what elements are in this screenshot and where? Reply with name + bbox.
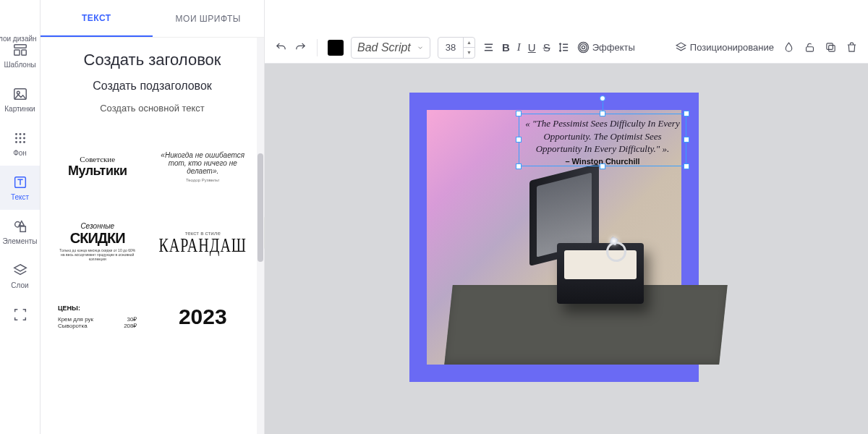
resize-handle[interactable] bbox=[684, 111, 689, 116]
undo-button[interactable] bbox=[275, 37, 287, 59]
size-up[interactable]: ▲ bbox=[464, 38, 475, 48]
text-color-swatch[interactable] bbox=[328, 40, 344, 56]
image-icon bbox=[12, 86, 28, 102]
underline-button[interactable]: U bbox=[528, 37, 536, 59]
rail-item-text[interactable]: Текст bbox=[0, 166, 40, 210]
rail-label: Текст bbox=[11, 193, 29, 201]
left-rail: лои дизайн Шаблоны Картинки Фон Текст Эл… bbox=[0, 0, 41, 434]
resize-handle[interactable] bbox=[516, 163, 522, 169]
svg-rect-21 bbox=[829, 46, 835, 51]
rail-item-elements[interactable]: Элементы bbox=[0, 210, 40, 254]
positioning-button[interactable]: Позиционирование bbox=[675, 37, 774, 59]
droplet-icon bbox=[783, 41, 795, 54]
svg-point-6 bbox=[19, 133, 21, 135]
font-size-input[interactable]: 38 ▲▼ bbox=[438, 37, 475, 59]
italic-button[interactable]: I bbox=[517, 37, 521, 59]
panel-body: Создать заголовок Создать подзаголовок С… bbox=[41, 38, 264, 434]
svg-point-12 bbox=[19, 141, 21, 143]
stack-icon bbox=[675, 41, 687, 54]
duplicate-button[interactable] bbox=[825, 37, 837, 59]
align-icon bbox=[482, 41, 495, 54]
redo-button[interactable] bbox=[294, 37, 307, 59]
text-template[interactable]: Сезонные СКИДКИ Только до конца месяца с… bbox=[54, 210, 142, 273]
selected-text-element[interactable]: « "The Pessimist Sees Difficulty In Ever… bbox=[519, 114, 686, 166]
resize-handle[interactable] bbox=[516, 111, 522, 116]
tab-my-fonts[interactable]: МОИ ШРИФТЫ bbox=[153, 0, 265, 37]
lock-button[interactable] bbox=[804, 37, 816, 59]
stage-wrap: SVG ◀ Bad Script 38 ▲▼ B I U bbox=[265, 0, 868, 434]
text-template[interactable]: «Никогда не ошибается тот, кто ничего не… bbox=[155, 135, 252, 197]
text-template[interactable]: текст в стиле КАРАНДАШ bbox=[155, 210, 252, 273]
svg-point-7 bbox=[23, 133, 25, 135]
add-body-text[interactable]: Создать основной текст bbox=[54, 103, 251, 114]
grid-icon bbox=[12, 130, 28, 146]
svg-rect-1 bbox=[14, 50, 19, 55]
trash-icon bbox=[846, 41, 858, 54]
unlock-icon bbox=[804, 41, 816, 54]
delete-button[interactable] bbox=[846, 37, 858, 59]
text-panel: ТЕКСТ МОИ ШРИФТЫ Создать заголовок Созда… bbox=[41, 0, 265, 434]
rail-label: Элементы bbox=[3, 237, 38, 245]
svg-rect-20 bbox=[807, 47, 814, 51]
svg-point-13 bbox=[23, 141, 25, 143]
rail-item-layers[interactable]: Слои bbox=[0, 254, 40, 298]
line-spacing-button[interactable] bbox=[558, 37, 570, 59]
expand-icon bbox=[12, 307, 28, 323]
templates-icon bbox=[12, 42, 28, 58]
layers-icon bbox=[12, 263, 28, 278]
rail-label: Фон bbox=[13, 149, 27, 157]
rail-label: Картинки bbox=[4, 105, 35, 113]
svg-rect-2 bbox=[21, 50, 25, 55]
quote-text[interactable]: « "The Pessimist Sees Difficulty In Ever… bbox=[519, 114, 686, 156]
svg-point-5 bbox=[15, 133, 17, 135]
add-subheading[interactable]: Создать подзаголовок bbox=[54, 80, 251, 93]
svg-rect-0 bbox=[14, 45, 26, 48]
font-family-select[interactable]: Bad Script bbox=[351, 37, 430, 59]
ring-box-graphic bbox=[477, 198, 644, 343]
panel-tabs: ТЕКСТ МОИ ШРИФТЫ bbox=[41, 0, 264, 38]
bold-button[interactable]: B bbox=[502, 37, 510, 59]
effects-icon bbox=[577, 41, 590, 54]
rail-item-images[interactable]: Картинки bbox=[0, 77, 40, 122]
resize-handle[interactable] bbox=[684, 137, 689, 142]
text-template[interactable]: ЦЕНЫ: Крем для рук30₽ Сыворотка208₽ bbox=[54, 286, 142, 348]
svg-point-18 bbox=[579, 44, 587, 51]
text-template[interactable]: Советские Мультики bbox=[54, 135, 142, 197]
svg-point-9 bbox=[19, 137, 21, 140]
redo-icon bbox=[294, 41, 307, 54]
resize-handle[interactable] bbox=[600, 111, 605, 116]
svg-rect-16 bbox=[20, 226, 25, 231]
size-down[interactable]: ▼ bbox=[464, 48, 475, 58]
add-heading[interactable]: Создать заголовок bbox=[54, 51, 251, 69]
effects-button[interactable]: Эффекты bbox=[577, 37, 635, 59]
svg-point-4 bbox=[17, 91, 20, 94]
resize-handle[interactable] bbox=[600, 163, 605, 169]
svg-point-10 bbox=[23, 137, 25, 140]
strike-button[interactable]: S bbox=[543, 37, 550, 59]
rail-item-background[interactable]: Фон bbox=[0, 122, 40, 166]
tab-text[interactable]: ТЕКСТ bbox=[41, 0, 153, 37]
resize-handle[interactable] bbox=[516, 137, 522, 142]
line-spacing-icon bbox=[558, 41, 570, 54]
undo-icon bbox=[275, 41, 287, 54]
rail-item-more[interactable] bbox=[0, 298, 40, 323]
opacity-button[interactable] bbox=[783, 37, 795, 59]
svg-point-11 bbox=[15, 141, 17, 143]
chevron-down-icon bbox=[417, 44, 424, 51]
canvas-stage[interactable]: « "The Pessimist Sees Difficulty In Ever… bbox=[265, 64, 868, 434]
font-size-value[interactable]: 38 bbox=[438, 42, 463, 53]
rail-label: Шаблоны bbox=[4, 61, 35, 69]
align-button[interactable] bbox=[482, 37, 495, 59]
resize-handle[interactable] bbox=[684, 163, 689, 169]
svg-rect-22 bbox=[827, 43, 833, 50]
rotate-handle[interactable] bbox=[600, 95, 605, 101]
svg-point-17 bbox=[582, 46, 584, 48]
font-name: Bad Script bbox=[357, 41, 411, 54]
text-template[interactable]: 2023 bbox=[155, 286, 252, 348]
rail-label: Слои bbox=[11, 281, 28, 289]
copy-icon bbox=[825, 41, 837, 54]
panel-scrollbar[interactable] bbox=[257, 38, 264, 434]
text-template-grid: Советские Мультики «Никогда не ошибается… bbox=[54, 129, 251, 348]
text-icon bbox=[12, 174, 28, 190]
text-toolbar: Bad Script 38 ▲▼ B I U S Эффекты bbox=[265, 32, 868, 64]
